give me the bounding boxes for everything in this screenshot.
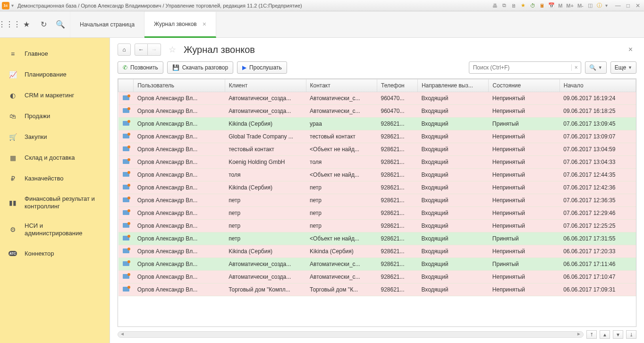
tab-start-page[interactable]: Начальная страница [70,11,144,37]
table-row[interactable]: Орлов Александр Вл...тестовый контакт<Об… [119,143,636,156]
sidebar-icon: ATC [8,249,17,257]
table-row[interactable]: Орлов Александр Вл...Автоматически_созда… [119,271,636,283]
tb-m-minus[interactable]: M- [576,3,585,9]
col-phone[interactable]: Телефон [377,79,417,92]
grid-container[interactable]: Пользователь Клиент Контакт Телефон Напр… [118,78,636,327]
history-icon[interactable]: ↻ [38,19,49,30]
sidebar-item-9[interactable]: ATCКоннектор [0,243,110,264]
horizontal-scrollbar[interactable] [118,331,584,338]
call-row-icon [123,249,129,253]
table-row[interactable]: Орлов Александр Вл...Торговый дом "Компл… [119,283,636,296]
scroll-down-button[interactable]: ▼ [613,330,623,339]
save-icon: 💾 [172,64,179,71]
tb-copy-icon[interactable]: ⧉ [500,2,508,9]
col-icon[interactable] [119,79,134,92]
app-drop-icon[interactable]: ▾ [11,3,14,8]
sidebar-item-8[interactable]: ⚙НСИ и администрирование [0,216,110,243]
tb-info-drop-icon[interactable]: ▾ [605,3,608,8]
col-client[interactable]: Клиент [225,79,306,92]
table-row[interactable]: Орлов Александр Вл...Автоматически_созда… [119,105,636,118]
col-start[interactable]: Начало [559,79,636,92]
tb-m[interactable]: M [557,3,563,9]
table-row[interactable]: Орлов Александр Вл...петрпетр928621...Вх… [119,194,636,207]
search-clear-icon[interactable]: × [571,64,581,71]
scroll-bottom-button[interactable]: ⤓ [626,330,636,339]
cell: Непринятый [489,143,559,156]
tb-clock-icon[interactable]: ⏱ [529,2,536,9]
col-state[interactable]: Состояние [489,79,559,92]
more-button[interactable]: Еще ▼ [610,61,636,74]
window-close-icon[interactable]: ✕ [634,2,642,9]
home-button[interactable]: ⌂ [118,43,131,56]
play-icon: ▶ [242,64,246,71]
tab-close-icon[interactable]: × [203,20,206,28]
window-minimize-icon[interactable]: — [613,2,623,9]
cell: Непринятый [489,220,559,232]
table-row[interactable]: Орлов Александр Вл...Автоматически_созда… [119,92,636,105]
favorites-icon[interactable]: ★ [21,19,32,30]
tb-star-icon[interactable]: ★ [519,2,527,9]
listen-button[interactable]: ▶ Прослушать [237,61,287,74]
tb-print-icon[interactable]: 🖶 [491,2,499,9]
cell: Автоматически_с... [306,258,377,271]
sidebar-item-2[interactable]: ◐CRM и маркетинг [0,85,110,106]
col-user[interactable]: Пользователь [134,79,225,92]
tab-call-journal[interactable]: Журнал звонков × [144,12,216,38]
table-row[interactable]: Орлов Александр Вл...петр<Объект не найд… [119,232,636,245]
cell: 06.06.2017 17:20:33 [559,245,636,258]
table-row[interactable]: Орлов Александр Вл...Koenig Holding GmbH… [119,156,636,169]
tab-journal-label: Журнал звонков [154,21,197,27]
call-row-icon [123,108,129,113]
sidebar-item-4[interactable]: 🛒Закупки [0,127,110,147]
apps-icon[interactable]: ⋮⋮⋮ [4,19,15,30]
cell [119,232,134,245]
tb-panel-icon[interactable]: ◫ [586,2,594,9]
search-input[interactable] [469,64,571,71]
nav-forward-button[interactable]: → [148,43,161,56]
cell: Входящий [417,169,488,181]
col-direction[interactable]: Направление выз... [417,79,488,92]
scroll-up-button[interactable]: ▲ [600,330,610,339]
search-dropdown-button[interactable]: 🔍 ▼ [585,61,607,74]
table-row[interactable]: Орлов Александр Вл...Kikinda (Сербия)Kik… [119,245,636,258]
table-row[interactable]: Орлов Александр Вл...толя<Объект не найд… [119,169,636,181]
table-row[interactable]: Орлов Александр Вл...Global Trade Compan… [119,130,636,143]
download-button[interactable]: 💾 Скачать разговор [167,61,233,74]
window-maximize-icon[interactable]: □ [625,2,632,9]
sidebar-item-0[interactable]: ≡Главное [0,43,110,64]
favorite-star-icon[interactable]: ☆ [169,44,176,55]
sidebar-item-6[interactable]: ₽Казначейство [0,168,110,189]
call-row-icon [123,95,129,100]
call-grid: Пользователь Клиент Контакт Телефон Напр… [118,79,636,296]
table-row[interactable]: Орлов Александр Вл...Автоматически_созда… [119,258,636,271]
sidebar-item-3[interactable]: 🛍Продажи [0,106,110,127]
tb-info-icon[interactable]: ⓘ [596,2,603,9]
cell [119,194,134,207]
cell: Непринятый [489,169,559,181]
cell: Входящий [417,118,488,130]
sidebar-item-1[interactable]: 📈Планирование [0,64,110,85]
table-row[interactable]: Орлов Александр Вл...петрпетр928621...Вх… [119,207,636,220]
tb-calc-icon[interactable]: 🖩 [538,2,546,9]
call-button[interactable]: ✆ Позвонить [118,61,163,74]
tb-calendar-icon[interactable]: 📅 [548,2,555,9]
cell: Автоматически_созда... [225,271,306,283]
table-row[interactable]: Орлов Александр Вл...Kikinda (Сербия)ура… [119,118,636,130]
sidebar-item-7[interactable]: ▮▮Финансовый результат и контроллинг [0,189,110,216]
page-close-icon[interactable]: × [625,45,636,54]
cell: 06.06.2017 17:09:31 [559,283,636,296]
tb-m-plus[interactable]: M+ [565,3,575,9]
tb-doc-icon[interactable]: 🗎 [510,2,517,9]
col-contact[interactable]: Контакт [306,79,377,92]
toolbar-search-icon[interactable]: 🔍 [55,19,66,30]
nav-back-button[interactable]: ← [135,43,148,56]
table-row[interactable]: Орлов Александр Вл...петрпетр928621...Вх… [119,220,636,232]
cell: Орлов Александр Вл... [134,169,225,181]
cell: Kikinda (Сербия) [306,245,377,258]
cell [119,92,134,105]
cell: Орлов Александр Вл... [134,118,225,130]
sidebar-item-5[interactable]: ▦Склад и доставка [0,147,110,168]
table-row[interactable]: Орлов Александр Вл...Kikinda (Сербия)пет… [119,181,636,194]
scroll-top-button[interactable]: ⤒ [586,330,597,339]
call-row-icon [123,172,129,177]
